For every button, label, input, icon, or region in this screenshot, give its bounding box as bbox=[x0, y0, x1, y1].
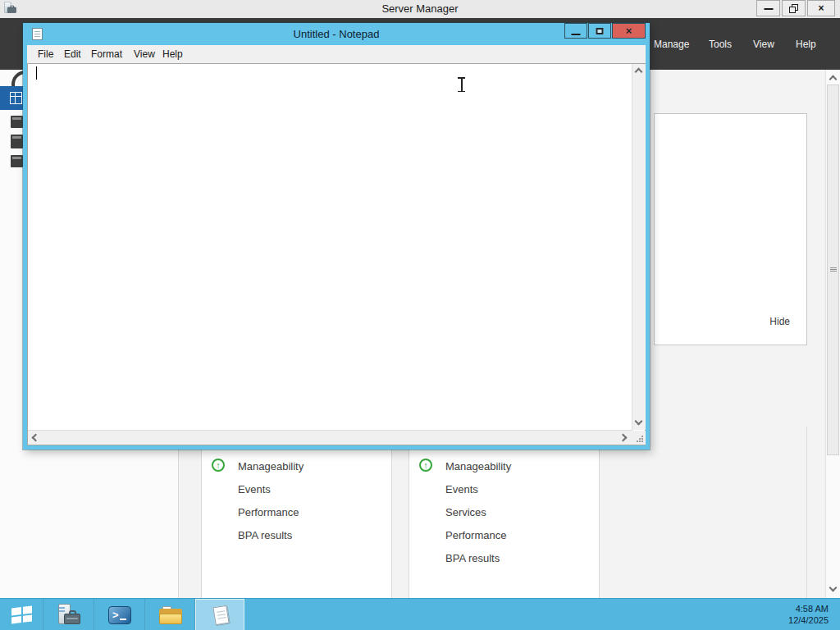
clock-time: 4:58 AM bbox=[788, 603, 829, 614]
scrollbar-grip-icon bbox=[830, 267, 837, 272]
sm-menu-help[interactable]: Help bbox=[796, 39, 816, 50]
notepad-menu-help[interactable]: Help bbox=[162, 48, 183, 60]
sm-menu-tools[interactable]: Tools bbox=[709, 39, 732, 50]
server-manager-icon bbox=[57, 604, 81, 627]
tile-row-manageability[interactable]: Manageability bbox=[445, 459, 511, 475]
sidebar-item-all-servers[interactable] bbox=[11, 135, 23, 148]
mouse-cursor-ibeam-icon bbox=[456, 77, 467, 92]
scroll-left-icon[interactable] bbox=[32, 434, 40, 442]
notepad-menu-file[interactable]: File bbox=[38, 48, 53, 60]
sidebar-item-local-server[interactable] bbox=[11, 116, 23, 128]
taskbar: > bbox=[0, 598, 840, 630]
sm-close-button[interactable]: × bbox=[807, 0, 835, 16]
scroll-right-icon[interactable] bbox=[619, 434, 628, 442]
manageability-status-icon: ↑ bbox=[212, 459, 225, 472]
tile-column-divider bbox=[806, 427, 807, 598]
taskbar-powershell-button[interactable]: > bbox=[94, 599, 145, 630]
notepad-menu-edit[interactable]: Edit bbox=[64, 48, 81, 60]
taskbar-clock[interactable]: 4:58 AM 12/4/2025 bbox=[788, 603, 829, 626]
notepad-horizontal-scrollbar[interactable] bbox=[28, 430, 632, 445]
taskbar-file-explorer-button[interactable] bbox=[145, 599, 195, 630]
windows-logo-icon bbox=[11, 605, 32, 623]
scroll-up-icon[interactable] bbox=[635, 68, 643, 76]
sm-minimize-button[interactable] bbox=[756, 0, 780, 16]
dashboard-tile-local-server: ↑ Manageability Events Performance BPA r… bbox=[201, 427, 392, 599]
hide-link[interactable]: Hide bbox=[769, 316, 790, 327]
dashboard-icon bbox=[10, 92, 22, 104]
file-explorer-icon bbox=[159, 606, 182, 625]
taskbar-server-manager-button[interactable] bbox=[43, 599, 94, 630]
dashboard-tile-all-servers: ↑ Manageability Events Services Performa… bbox=[409, 427, 600, 599]
notepad-menu-view[interactable]: View bbox=[134, 48, 155, 60]
scroll-down-icon[interactable] bbox=[829, 584, 838, 592]
sm-menu-manage[interactable]: Manage bbox=[654, 39, 689, 50]
minimize-icon bbox=[572, 34, 581, 35]
sidebar-item-file-storage[interactable] bbox=[11, 155, 23, 167]
notepad-window: Untitled - Notepad × File Edit Format Vi… bbox=[23, 23, 650, 450]
powershell-icon: > bbox=[108, 606, 131, 624]
notepad-maximize-button[interactable] bbox=[588, 23, 611, 39]
sm-restore-button[interactable] bbox=[782, 0, 806, 16]
tile-row-bpa-results[interactable]: BPA results bbox=[445, 550, 500, 567]
tile-row-performance[interactable]: Performance bbox=[445, 527, 506, 544]
taskbar-notepad-button-active[interactable] bbox=[195, 599, 244, 630]
notepad-menubar: File Edit Format View Help bbox=[27, 45, 646, 63]
notepad-menu-format[interactable]: Format bbox=[91, 48, 122, 60]
server-manager-window-title: Server Manager bbox=[0, 2, 840, 15]
tile-row-services[interactable]: Services bbox=[445, 504, 486, 521]
tile-row-performance[interactable]: Performance bbox=[238, 504, 299, 521]
tile-row-bpa-results[interactable]: BPA results bbox=[238, 527, 292, 544]
notepad-icon bbox=[211, 605, 232, 627]
clock-date: 12/4/2025 bbox=[788, 614, 829, 626]
tile-row-events[interactable]: Events bbox=[238, 482, 271, 498]
resize-grip[interactable] bbox=[632, 431, 646, 445]
welcome-tile-panel: Hide bbox=[654, 113, 807, 345]
notepad-window-title: Untitled - Notepad bbox=[23, 28, 650, 40]
start-button[interactable] bbox=[0, 599, 43, 630]
notepad-vertical-scrollbar[interactable] bbox=[632, 64, 646, 430]
notepad-text-area[interactable] bbox=[27, 63, 646, 445]
sm-vertical-scrollbar[interactable] bbox=[825, 70, 840, 598]
sm-menu-view[interactable]: View bbox=[753, 39, 774, 50]
manageability-status-icon: ↑ bbox=[419, 459, 432, 472]
server-manager-titlebar[interactable]: Server Manager × bbox=[0, 0, 840, 18]
tile-row-manageability[interactable]: Manageability bbox=[238, 459, 304, 475]
tile-row-events[interactable]: Events bbox=[445, 482, 478, 498]
desktop-screen: Server Manager × Manage Tools View Help … bbox=[0, 0, 840, 630]
text-caret bbox=[36, 66, 37, 80]
notepad-minimize-button[interactable] bbox=[564, 23, 587, 39]
notepad-titlebar[interactable]: Untitled - Notepad × bbox=[23, 23, 650, 45]
minimize-icon bbox=[764, 8, 773, 10]
resize-grip-icon bbox=[637, 436, 643, 442]
scroll-up-icon[interactable] bbox=[829, 75, 838, 84]
maximize-icon bbox=[596, 28, 604, 34]
sm-scrollbar-thumb[interactable] bbox=[827, 84, 839, 455]
notepad-close-button[interactable]: × bbox=[612, 23, 646, 39]
scroll-down-icon[interactable] bbox=[635, 418, 643, 426]
